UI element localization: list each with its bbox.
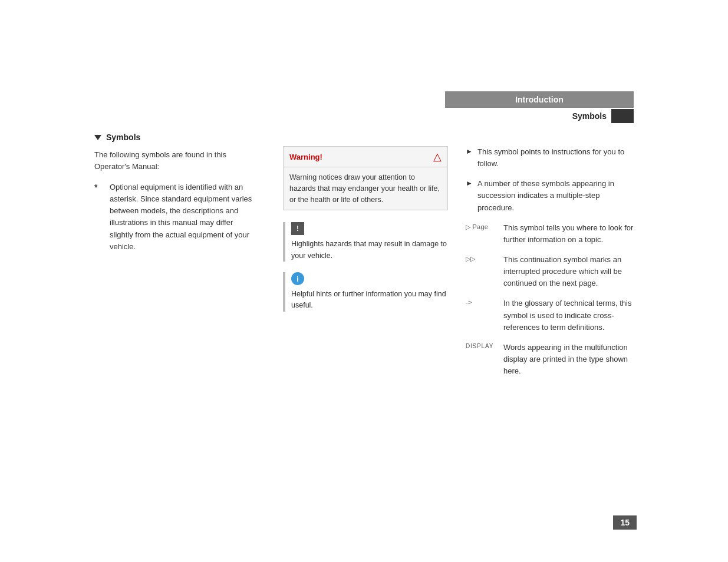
continuation-desc: This continuation symbol marks an interr…	[503, 254, 637, 289]
page-item: ▷ Page This symbol tells you where to lo…	[466, 222, 637, 246]
glossary-desc: In the glossary of technical terms, this…	[503, 297, 637, 333]
glossary-label: ->	[466, 299, 500, 306]
info-left-bar	[283, 272, 285, 312]
warning-body-text: Warning notices draw your attention to h…	[284, 167, 447, 210]
page-number: 15	[613, 515, 637, 530]
page-desc: This symbol tells you where to look for …	[503, 222, 637, 246]
info-icon: i	[291, 272, 304, 285]
optional-equipment-item: * Optional equipment is identified with …	[94, 181, 253, 253]
right-item-2-text: A number of these symbols appearing in s…	[477, 178, 637, 213]
header-symbols-block	[611, 109, 634, 123]
header-symbols-row: Symbols	[445, 109, 634, 123]
right-column: ► This symbol points to instructions for…	[466, 146, 637, 385]
warning-header: Warning! △	[284, 147, 447, 167]
caution-icon: !	[291, 222, 304, 235]
glossary-item: -> In the glossary of technical terms, t…	[466, 297, 637, 333]
display-desc: Words appearing in the multifunction dis…	[503, 342, 637, 377]
warning-triangle-icon: △	[433, 150, 442, 163]
symbols-intro: The following symbols are found in this …	[94, 149, 253, 172]
triangle-icon	[94, 135, 101, 140]
asterisk-symbol: *	[94, 183, 100, 192]
display-label: DISPLAY	[466, 343, 500, 349]
warning-label: Warning!	[289, 153, 322, 161]
info-note: i Helpful hints or further information y…	[283, 272, 448, 312]
header-section: Introduction Symbols	[445, 91, 634, 123]
symbols-heading: Symbols	[94, 133, 253, 142]
arrow-icon-1: ►	[466, 147, 473, 156]
caution-content: ! Highlights hazards that may result in …	[291, 222, 448, 262]
page-label: ▷ Page	[466, 223, 500, 231]
continuation-item: ▷▷ This continuation symbol marks an int…	[466, 254, 637, 289]
right-item-1-text: This symbol points to instructions for y…	[477, 146, 637, 170]
caution-text: Highlights hazards that may result in da…	[291, 240, 447, 259]
header-intro-label: Introduction	[445, 91, 634, 108]
right-item-1: ► This symbol points to instructions for…	[466, 146, 637, 170]
right-item-2: ► A number of these symbols appearing in…	[466, 178, 637, 213]
display-item: DISPLAY Words appearing in the multifunc…	[466, 342, 637, 377]
continuation-label: ▷▷	[466, 255, 500, 263]
middle-column: Warning! △ Warning notices draw your att…	[283, 146, 448, 322]
left-column: Symbols The following symbols are found …	[94, 133, 253, 259]
caution-left-bar	[283, 222, 285, 262]
arrow-icon-2: ►	[466, 179, 473, 187]
info-content: i Helpful hints or further information y…	[291, 272, 448, 312]
caution-note: ! Highlights hazards that may result in …	[283, 222, 448, 262]
info-text: Helpful hints or further information you…	[291, 290, 446, 309]
warning-box: Warning! △ Warning notices draw your att…	[283, 146, 448, 210]
symbols-title: Symbols	[106, 133, 140, 142]
optional-equipment-text: Optional equipment is identified with an…	[110, 181, 253, 253]
header-symbols-text: Symbols	[572, 111, 607, 121]
